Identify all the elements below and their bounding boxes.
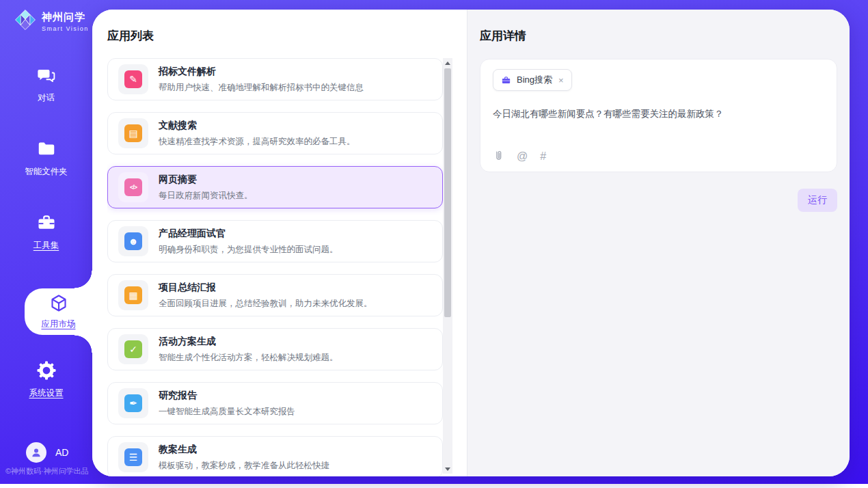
sidebar-item-应用市场[interactable]: 应用市场 [25,288,92,335]
pm-interview-icon: ☻ [124,232,142,250]
app-list-panel: 应用列表 ✎招标文件解析帮助用户快速、准确地理解和解析招标书中的关键信息▤文献搜… [92,10,467,476]
sidebar-item-系统设置[interactable]: 系统设置 [0,342,92,416]
app-list-title: 应用列表 [107,28,154,44]
sidebar-item-label: 应用市场 [42,318,76,330]
app-icon-box: ✒ [118,388,148,418]
app-card-项目总结汇报[interactable]: ▦项目总结汇报全面回顾项目进展，总结经验教训，助力未来优化发展。 [107,274,443,316]
query-input[interactable]: 今日湖北有哪些新闻要点？有哪些需要关注的最新政策？ [493,107,824,121]
app-icon-box: ✓ [118,334,148,364]
attachment-toolbar: @ # [493,150,546,163]
lesson-plan-icon: ☰ [124,448,142,466]
query-card: Bing搜索 × 今日湖北有哪些新闻要点？有哪些需要关注的最新政策？ @ # [480,59,837,172]
bid-analysis-icon: ✎ [124,70,142,88]
cube-icon [49,293,69,316]
folder-icon [36,139,57,162]
app-frame: 神州问学 Smart Vision 对话智能文件夹工具集应用市场系统设置 AD … [0,0,868,484]
app-detail-panel: 应用详情 Bing搜索 × 今日湖北有哪些新闻要点？有哪些需要关注的最新政策？ [467,10,850,476]
app-card-description: 帮助用户快速、准确地理解和解析招标书中的关键信息 [159,82,364,94]
app-card-description: 一键智能生成高质量长文本研究报告 [159,406,295,418]
app-card-title: 招标文件解析 [159,66,364,78]
user-icon [29,446,43,459]
web-digest-icon: </> [124,178,142,196]
run-button[interactable]: 运行 [798,189,837,212]
tag-close-icon[interactable]: × [558,75,564,85]
hash-icon[interactable]: # [540,151,546,162]
app-card-教案生成[interactable]: ☰教案生成模板驱动，教案秒成，教学准备从此轻松快捷 [107,436,443,476]
app-card-description: 智能生成个性化活动方案，轻松解决规划难题。 [159,352,338,364]
tool-tag-label: Bing搜索 [517,74,552,86]
app-card-研究报告[interactable]: ✒研究报告一键智能生成高质量长文本研究报告 [107,382,443,424]
app-icon-box: </> [118,172,148,202]
brand-logo: 神州问学 Smart Vision [14,8,89,34]
app-icon-box: ☰ [118,442,148,472]
app-card-description: 快速精准查找学术资源，提高研究效率的必备工具。 [159,136,355,148]
scrollbar-up-arrow-icon[interactable] [443,58,452,68]
app-card-文献搜索[interactable]: ▤文献搜索快速精准查找学术资源，提高研究效率的必备工具。 [107,112,443,154]
sidebar-item-对话[interactable]: 对话 [0,47,92,121]
app-card-description: 全面回顾项目进展，总结经验教训，助力未来优化发展。 [159,298,372,310]
app-card-description: 模板驱动，教案秒成，教学准备从此轻松快捷 [159,460,329,472]
app-detail-title: 应用详情 [480,28,837,44]
app-card-description: 每日政府新闻资讯快查。 [159,190,253,202]
app-card-活动方案生成[interactable]: ✓活动方案生成智能生成个性化活动方案，轻松解决规划难题。 [107,328,443,370]
sidebar-item-label: 系统设置 [29,388,64,399]
sidebar-item-label: 工具集 [33,240,59,252]
toolbox-icon [36,213,57,236]
user-initials: AD [55,447,68,458]
event-plan-icon: ✓ [124,340,142,358]
app-card-title: 教案生成 [159,444,329,456]
app-card-list: ✎招标文件解析帮助用户快速、准确地理解和解析招标书中的关键信息▤文献搜索快速精准… [107,58,443,476]
app-icon-box: ✎ [118,64,148,94]
app-icon-box: ▦ [118,280,148,310]
gem-diamond-icon [14,8,37,34]
sidebar-item-智能文件夹[interactable]: 智能文件夹 [0,121,92,195]
app-card-title: 文献搜索 [159,120,355,132]
copyright-footer: ©神州数码·神州问学出品 [5,466,89,476]
app-card-title: 活动方案生成 [159,336,338,348]
scrollbar-down-arrow-icon[interactable] [443,464,452,474]
user-menu-button[interactable]: AD [26,442,68,463]
tool-tag-bing-search[interactable]: Bing搜索 × [493,69,572,91]
app-card-title: 研究报告 [159,390,295,402]
chat-icon [36,65,57,88]
research-report-icon: ✒ [124,394,142,412]
app-card-产品经理面试官[interactable]: ☻产品经理面试官明确身份和职责，为您提供专业性的面试问题。 [107,220,443,262]
mention-icon[interactable]: @ [517,151,528,162]
app-card-网页摘要[interactable]: </>网页摘要每日政府新闻资讯快查。 [107,166,443,208]
app-card-title: 网页摘要 [159,174,253,186]
briefcase-icon [501,75,511,85]
run-row: 运行 [480,189,837,212]
sidebar-item-label: 智能文件夹 [25,166,68,178]
app-card-title: 项目总结汇报 [159,282,372,294]
main-content: 应用列表 ✎招标文件解析帮助用户快速、准确地理解和解析招标书中的关键信息▤文献搜… [92,10,850,476]
app-icon-box: ▤ [118,118,148,148]
avatar[interactable] [26,442,46,463]
brand-name: 神州问学 [42,11,89,24]
sidebar-item-label: 对话 [38,92,55,104]
sidebar-item-工具集[interactable]: 工具集 [0,195,92,269]
app-card-description: 明确身份和职责，为您提供专业性的面试问题。 [159,244,338,256]
sidebar: 神州问学 Smart Vision 对话智能文件夹工具集应用市场系统设置 AD … [0,0,92,484]
paperclip-icon[interactable] [493,150,504,163]
sidebar-nav: 对话智能文件夹工具集应用市场系统设置 [0,47,92,416]
app-card-招标文件解析[interactable]: ✎招标文件解析帮助用户快速、准确地理解和解析招标书中的关键信息 [107,58,443,100]
list-scrollbar[interactable] [443,58,452,474]
app-card-title: 产品经理面试官 [159,228,338,240]
app-icon-box: ☻ [118,226,148,256]
project-report-icon: ▦ [124,286,142,304]
literature-search-icon: ▤ [124,124,142,142]
gear-icon [36,360,57,383]
scrollbar-thumb[interactable] [444,68,451,317]
brand-tagline: Smart Vision [42,25,89,32]
